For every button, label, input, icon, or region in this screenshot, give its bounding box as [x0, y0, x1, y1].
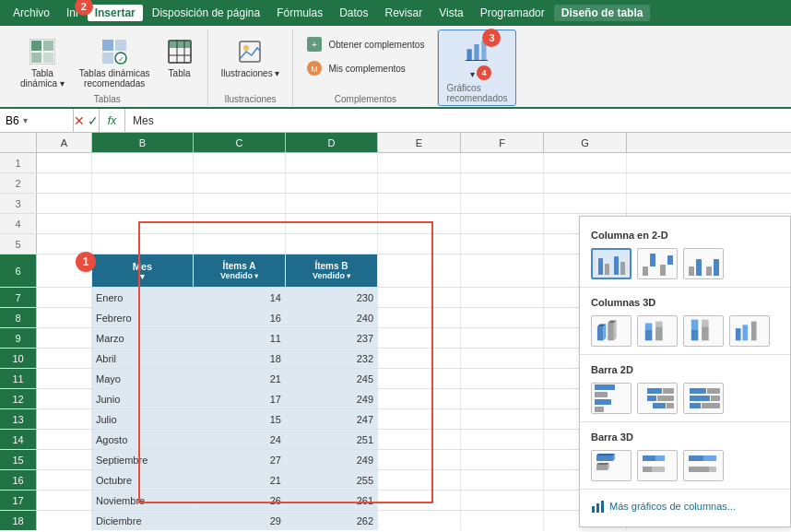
- formula-input[interactable]: Mes: [125, 114, 791, 127]
- menu-diseno-tabla[interactable]: Diseño de tabla: [554, 5, 651, 21]
- col-header-c[interactable]: C: [194, 133, 286, 152]
- 3d-clustered-bar-option[interactable]: [591, 450, 632, 481]
- col-header-b[interactable]: B: [92, 133, 194, 152]
- 3d-column-option[interactable]: [729, 315, 770, 347]
- svg-rect-0: [31, 41, 41, 51]
- formula-controls: ✕ ✓: [74, 109, 100, 132]
- tabla-button[interactable]: Tabla: [159, 33, 200, 82]
- row-header-spacer: [0, 133, 37, 152]
- col-header-f[interactable]: F: [461, 133, 544, 152]
- menu-archivo[interactable]: Archivo: [6, 5, 57, 21]
- svg-rect-23: [475, 44, 479, 61]
- items-b-header: Ítems B: [314, 261, 348, 271]
- col-headers: A B C D E F G: [0, 133, 791, 153]
- svg-marker-28: [604, 324, 607, 340]
- menu-revisar[interactable]: Revisar: [378, 5, 431, 21]
- clustered-column-option[interactable]: [591, 248, 632, 279]
- cell-reference[interactable]: B6 ▾: [0, 109, 74, 132]
- obtener-complementos-button[interactable]: + Obtener complementos: [301, 33, 430, 55]
- divider-1: [580, 287, 790, 288]
- svg-rect-42: [751, 322, 757, 341]
- ribbon-group-graficos[interactable]: 3 ▾ 4 Gráficosrecomendados: [438, 30, 515, 106]
- mis-complementos-button[interactable]: M Mis complementos: [301, 57, 410, 79]
- stacked-bar-option[interactable]: [637, 383, 678, 414]
- menu-vista[interactable]: Vista: [431, 5, 470, 21]
- svg-marker-44: [596, 454, 615, 455]
- tabla-icon: [165, 37, 195, 66]
- mes-header: Mes: [133, 261, 152, 272]
- svg-rect-49: [643, 455, 655, 461]
- col-header-d[interactable]: D: [286, 133, 378, 152]
- svg-rect-40: [736, 328, 741, 340]
- svg-rect-39: [702, 320, 709, 327]
- table-row: 3: [0, 194, 791, 214]
- svg-rect-58: [596, 503, 599, 513]
- svg-rect-35: [655, 322, 663, 327]
- menu-ini[interactable]: Ini 2: [59, 5, 86, 21]
- menu-formulas[interactable]: Fórmulas: [269, 5, 330, 21]
- ilustraciones-button[interactable]: Ilustraciones ▾: [216, 33, 286, 82]
- 3d-stacked-bar-option[interactable]: [637, 450, 678, 481]
- 100pct-bar-option[interactable]: [683, 383, 724, 414]
- divider-3: [580, 421, 790, 422]
- obtener-complementos-icon: +: [306, 36, 323, 53]
- ribbon: Tabladinámica ▾ ✓: [0, 26, 791, 109]
- menu-disposicion[interactable]: Disposición de página: [145, 5, 267, 21]
- 3d-clustered-option[interactable]: [591, 315, 632, 347]
- chart-dropdown-panel: Columna en 2-D: [579, 216, 791, 527]
- svg-rect-41: [742, 325, 748, 340]
- svg-rect-2: [31, 53, 41, 63]
- svg-rect-37: [691, 320, 699, 330]
- tablas-recomendadas-icon: ✓: [100, 37, 129, 66]
- table-row: 2: [0, 173, 791, 194]
- complementos-label: Complementos: [335, 92, 396, 104]
- divider-2: [580, 354, 790, 355]
- tabla-dinamica-button[interactable]: Tabladinámica ▾: [15, 33, 70, 92]
- function-button[interactable]: fx: [100, 109, 125, 132]
- svg-rect-1: [43, 41, 53, 51]
- tablas-dinamicas-recomendadas-button[interactable]: ✓ Tablas dinámicasrecomendadas: [74, 33, 156, 92]
- svg-rect-36: [691, 330, 699, 340]
- svg-rect-34: [655, 326, 663, 340]
- svg-rect-33: [645, 323, 653, 330]
- stacked-column-option[interactable]: [637, 248, 678, 279]
- svg-rect-57: [592, 506, 595, 513]
- menu-insertar[interactable]: Insertar: [88, 5, 143, 21]
- ribbon-group-complementos: + Obtener complementos M Mis compleme: [293, 30, 438, 106]
- col-header-a[interactable]: A: [37, 133, 92, 152]
- clustered-bar-option[interactable]: [591, 383, 632, 414]
- more-charts-link[interactable]: Más gráficos de columnas...: [580, 493, 790, 519]
- svg-text:M: M: [312, 65, 319, 74]
- svg-rect-5: [102, 40, 113, 51]
- ilustraciones-icon: [235, 37, 265, 66]
- col-header-e[interactable]: E: [378, 133, 461, 152]
- svg-rect-29: [608, 323, 614, 340]
- sheet-area: A B C D E F G 1: [0, 133, 791, 530]
- step-4: 4: [477, 65, 491, 80]
- svg-rect-3: [43, 53, 53, 63]
- 100pct-stacked-column-option[interactable]: [683, 248, 724, 279]
- svg-marker-47: [596, 463, 609, 465]
- 3d-100pct-option[interactable]: [683, 315, 724, 347]
- tabla-dinamica-icon: [28, 37, 57, 66]
- svg-rect-6: [115, 40, 126, 51]
- menu-datos[interactable]: Datos: [332, 5, 375, 21]
- 3d-100pct-bar-option[interactable]: [683, 450, 724, 481]
- svg-rect-46: [596, 465, 608, 470]
- svg-text:✓: ✓: [118, 55, 124, 64]
- columnas3d-options: [580, 312, 790, 350]
- chart-icon: [591, 499, 606, 514]
- svg-rect-7: [102, 53, 113, 64]
- menu-programador[interactable]: Programador: [473, 5, 552, 21]
- col-header-g[interactable]: G: [544, 133, 627, 152]
- barra2d-options: [580, 379, 790, 418]
- barra3d-options: [580, 446, 790, 485]
- barra2d-title: Barra 2D: [580, 359, 790, 379]
- 3d-stacked-option[interactable]: [637, 315, 678, 347]
- divider-4: [580, 489, 790, 490]
- ribbon-group-ilustraciones: Ilustraciones ▾ Ilustraciones: [208, 30, 294, 106]
- svg-rect-43: [596, 455, 613, 461]
- svg-rect-26: [597, 326, 604, 340]
- svg-rect-50: [655, 455, 665, 461]
- tablas-label: Tablas: [94, 92, 121, 104]
